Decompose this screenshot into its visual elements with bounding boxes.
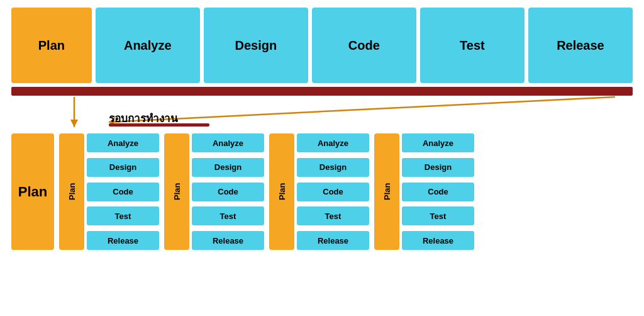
arrows-svg (11, 96, 633, 133)
svg-marker-1 (70, 120, 78, 127)
sprint-plan-2: Plan (164, 133, 189, 250)
phase-test: Test (420, 8, 525, 83)
phase-release: Release (528, 8, 633, 83)
task-test-1: Test (87, 206, 159, 225)
phase-code: Code (312, 8, 416, 83)
task-analyze-2: Analyze (192, 133, 264, 152)
sprint-tasks-4: Analyze Design Code Test Release (402, 133, 474, 250)
phase-plan: Plan (11, 8, 92, 83)
waterfall-bar (11, 87, 633, 96)
task-release-2: Release (192, 231, 264, 250)
task-design-3: Design (297, 158, 369, 177)
sprint-group-4: Plan Analyze Design Code Test Release (374, 133, 474, 250)
sprint-tasks-1: Analyze Design Code Test Release (87, 133, 159, 250)
task-analyze-4: Analyze (402, 133, 474, 152)
task-design-1: Design (87, 158, 159, 177)
main-container: Plan Analyze Design Code Test Release (0, 0, 644, 316)
phase-design: Design (204, 8, 308, 83)
task-analyze-3: Analyze (297, 133, 369, 152)
phase-analyze: Analyze (96, 8, 200, 83)
task-design-4: Design (402, 158, 474, 177)
sprint-group-3: Plan Analyze Design Code Test Release (269, 133, 369, 250)
sprint-plan-1: Plan (59, 133, 84, 250)
sprint-group-2: Plan Analyze Design Code Test Release (164, 133, 264, 250)
bottom-row: Plan Plan Analyze Design Code Test (11, 133, 633, 250)
task-release-4: Release (402, 231, 474, 250)
task-code-1: Code (87, 183, 159, 201)
arrow-section: รอบการทำงาน (11, 96, 633, 133)
sprint-plan-3: Plan (269, 133, 294, 250)
task-release-1: Release (87, 231, 159, 250)
task-code-4: Code (402, 183, 474, 201)
top-section: Plan Analyze Design Code Test Release (11, 8, 633, 96)
sprint-tasks-3: Analyze Design Code Test Release (297, 133, 369, 250)
task-test-2: Test (192, 206, 264, 225)
svg-line-2 (109, 97, 615, 122)
task-test-4: Test (402, 206, 474, 225)
big-plan-box: Plan (11, 133, 54, 250)
task-design-2: Design (192, 158, 264, 177)
task-release-3: Release (297, 231, 369, 250)
task-code-3: Code (297, 183, 369, 201)
top-row: Plan Analyze Design Code Test Release (11, 8, 633, 83)
cycle-underline (109, 123, 209, 127)
sprint-group-1: Plan Analyze Design Code Test Release (59, 133, 159, 250)
sprint-plan-4: Plan (374, 133, 399, 250)
task-test-3: Test (297, 206, 369, 225)
task-analyze-1: Analyze (87, 133, 159, 152)
sprint-tasks-2: Analyze Design Code Test Release (192, 133, 264, 250)
task-code-2: Code (192, 183, 264, 201)
